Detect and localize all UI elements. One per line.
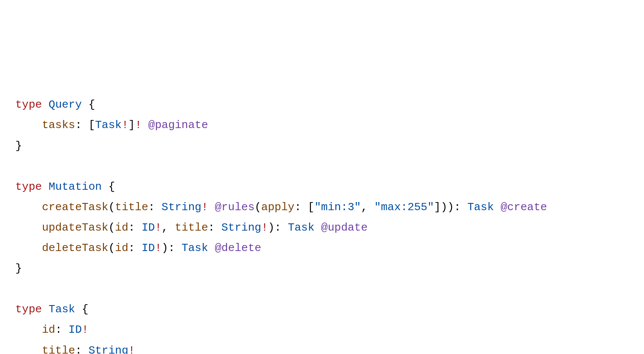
colon: : xyxy=(148,201,155,214)
directive-delete: @delete xyxy=(215,242,261,254)
scalar-string: String xyxy=(221,221,262,234)
brace-open: { xyxy=(82,303,89,316)
arg-apply: apply xyxy=(261,201,294,214)
keyword-type: type xyxy=(15,303,42,316)
scalar-task: Task xyxy=(467,201,494,214)
scalar-task: Task xyxy=(181,242,208,254)
scalar-id: ID xyxy=(141,242,155,254)
bracket-close: ] xyxy=(128,119,135,131)
paren-close: ) xyxy=(447,201,454,214)
colon: : xyxy=(75,119,82,131)
directive-paginate: @paginate xyxy=(148,119,208,131)
field-createtask: createTask xyxy=(42,201,108,214)
scalar-string: String xyxy=(89,344,129,354)
type-task: Task xyxy=(49,303,75,316)
field-tasks: tasks xyxy=(42,119,75,131)
paren-close: ) xyxy=(441,201,448,214)
bracket-close: ] xyxy=(434,201,441,214)
bang: ! xyxy=(201,201,208,214)
scalar-string: String xyxy=(161,201,201,214)
colon: : xyxy=(454,201,461,214)
paren-open: ( xyxy=(108,242,115,254)
keyword-type: type xyxy=(15,98,42,111)
colon: : xyxy=(275,221,282,234)
scalar-id: ID xyxy=(141,221,155,234)
field-deletetask: deleteTask xyxy=(42,242,108,254)
scalar-task: Task xyxy=(95,119,121,131)
bang: ! xyxy=(82,323,89,336)
comma: , xyxy=(361,201,368,214)
bracket-open: [ xyxy=(308,201,315,214)
colon: : xyxy=(294,201,301,214)
colon: : xyxy=(208,221,215,234)
bang: ! xyxy=(261,221,268,234)
code-block: type Query { tasks: [Task!]! @paginate }… xyxy=(15,94,629,354)
paren-open: ( xyxy=(108,201,115,214)
field-id: id xyxy=(42,323,55,336)
colon: : xyxy=(75,344,82,354)
brace-open: { xyxy=(108,180,115,193)
bang: ! xyxy=(155,242,162,254)
directive-rules: @rules xyxy=(215,201,255,214)
colon: : xyxy=(128,221,135,234)
bang: ! xyxy=(122,119,129,131)
paren-close: ) xyxy=(268,221,275,234)
bang: ! xyxy=(128,344,135,354)
arg-id: id xyxy=(115,242,128,254)
type-query: Query xyxy=(49,98,82,111)
colon: : xyxy=(55,323,62,336)
scalar-task: Task xyxy=(288,221,314,234)
arg-title: title xyxy=(115,201,148,214)
bang: ! xyxy=(155,221,162,234)
arg-id: id xyxy=(115,221,128,234)
field-updatetask: updateTask xyxy=(42,221,108,234)
colon: : xyxy=(128,242,135,254)
brace-close: } xyxy=(15,262,22,275)
paren-close: ) xyxy=(161,242,168,254)
brace-open: { xyxy=(89,98,95,111)
colon: : xyxy=(168,242,175,254)
comma: , xyxy=(161,221,168,234)
type-mutation: Mutation xyxy=(49,180,102,193)
string-max255: "max:255" xyxy=(374,201,434,214)
keyword-type: type xyxy=(15,180,42,193)
brace-close: } xyxy=(15,140,22,152)
arg-title: title xyxy=(175,221,208,234)
field-title: title xyxy=(42,344,75,354)
bang: ! xyxy=(135,119,142,131)
string-min3: "min:3" xyxy=(314,201,361,214)
paren-open: ( xyxy=(255,201,262,214)
paren-open: ( xyxy=(108,221,115,234)
bracket-open: [ xyxy=(89,119,95,131)
directive-update: @update xyxy=(321,221,368,234)
directive-create: @create xyxy=(500,201,547,214)
scalar-id: ID xyxy=(69,323,82,336)
